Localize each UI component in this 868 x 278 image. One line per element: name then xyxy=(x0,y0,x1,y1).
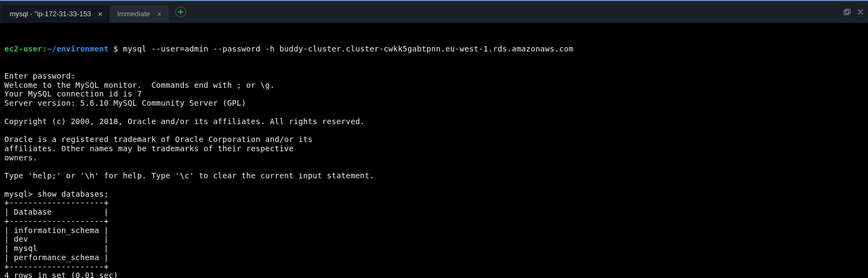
output-line xyxy=(4,108,864,117)
output-line: Type 'help;' or '\h' for help. Type '\c'… xyxy=(4,171,864,180)
tab-label: Immediate xyxy=(117,10,150,18)
output-line: +--------------------+ xyxy=(4,262,864,271)
prompt-symbol: $ xyxy=(108,44,123,53)
close-icon[interactable]: × xyxy=(97,10,104,18)
prompt-line: ec2-user:~/environment $ mysql --user=ad… xyxy=(4,44,864,54)
output-line: | information_schema | xyxy=(4,226,864,235)
terminal-body: Enter password:Welcome to the MySQL moni… xyxy=(4,72,864,278)
terminal-output[interactable]: ec2-user:~/environment $ mysql --user=ad… xyxy=(0,23,868,278)
tab-bar: mysql - "ip-172-31-33-153 × Immediate × xyxy=(0,1,868,23)
output-line: +--------------------+ xyxy=(4,198,864,208)
output-line: 4 rows in set (0.01 sec) xyxy=(4,271,864,278)
output-line xyxy=(4,162,864,171)
output-line: Your MySQL connection id is 7 xyxy=(4,89,864,99)
svg-rect-0 xyxy=(844,10,848,15)
tab-immediate[interactable]: Immediate × xyxy=(110,5,169,23)
output-line: Oracle is a registered trademark of Orac… xyxy=(4,135,864,144)
prompt-user: ec2-user: xyxy=(4,44,47,53)
output-line: | performance_schema | xyxy=(4,253,864,262)
output-line: Enter password: xyxy=(4,72,864,81)
add-tab-button[interactable] xyxy=(175,7,186,17)
maximize-icon[interactable] xyxy=(844,9,851,16)
output-line xyxy=(4,126,864,135)
window-controls xyxy=(844,1,864,23)
output-line xyxy=(4,180,864,190)
output-line: Copyright (c) 2000, 2018, Oracle and/or … xyxy=(4,117,864,126)
output-line: affiliates. Other names may be trademark… xyxy=(4,144,864,153)
prompt-path: ~/environment xyxy=(47,44,109,53)
output-line: Welcome to the MySQL monitor. Commands e… xyxy=(4,81,864,90)
output-line: Server version: 5.6.10 MySQL Community S… xyxy=(4,99,864,108)
output-line: mysql> show databases; xyxy=(4,190,864,199)
close-window-icon[interactable] xyxy=(857,9,864,15)
close-icon[interactable]: × xyxy=(156,10,163,18)
tab-label: mysql - "ip-172-31-33-153 xyxy=(10,10,91,18)
tab-mysql[interactable]: mysql - "ip-172-31-33-153 × xyxy=(2,5,110,23)
svg-rect-1 xyxy=(846,9,850,14)
output-line: | mysql | xyxy=(4,244,864,253)
prompt-command: mysql --user=admin --password -h buddy-c… xyxy=(123,44,573,53)
terminal-window: mysql - "ip-172-31-33-153 × Immediate × … xyxy=(0,0,868,278)
output-line: | Database | xyxy=(4,208,864,217)
output-line: | dev | xyxy=(4,235,864,244)
output-line: owners. xyxy=(4,153,864,163)
output-line: +--------------------+ xyxy=(4,217,864,226)
